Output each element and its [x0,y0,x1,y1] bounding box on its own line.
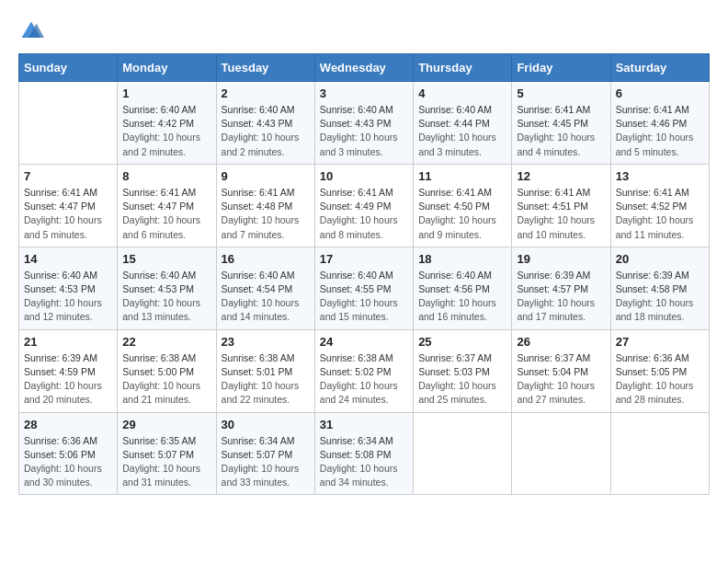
daylight-info: Daylight: 10 hours and 28 minutes. [616,380,694,405]
day-number: 22 [122,335,210,349]
day-number: 4 [418,86,506,100]
day-info: Sunrise: 6:40 AMSunset: 4:56 PMDaylight:… [418,269,506,325]
week-row-0: 1 Sunrise: 6:40 AMSunset: 4:42 PMDayligh… [19,82,710,165]
daylight-info: Daylight: 10 hours and 22 minutes. [222,380,300,405]
weekday-sunday: Sunday [19,54,118,82]
day-cell: 10 Sunrise: 6:41 AMSunset: 4:49 PMDaylig… [314,164,413,247]
day-info: Sunrise: 6:35 AMSunset: 5:07 PMDaylight:… [122,434,210,490]
day-cell: 7 Sunrise: 6:41 AMSunset: 4:47 PMDayligh… [19,164,118,247]
day-cell: 20 Sunrise: 6:39 AMSunset: 4:58 PMDaylig… [610,247,709,329]
day-info: Sunrise: 6:41 AMSunset: 4:52 PMDaylight:… [616,186,704,242]
day-cell: 26 Sunrise: 6:37 AMSunset: 5:04 PMDaylig… [512,329,610,412]
daylight-info: Daylight: 10 hours and 4 minutes. [517,132,595,156]
day-info: Sunrise: 6:37 AMSunset: 5:04 PMDaylight:… [517,351,605,408]
day-cell [19,82,118,165]
day-cell [610,412,709,495]
day-number: 29 [122,418,210,431]
week-row-1: 7 Sunrise: 6:41 AMSunset: 4:47 PMDayligh… [19,164,710,247]
weekday-wednesday: Wednesday [314,54,413,82]
day-number: 16 [222,252,310,266]
weekday-tuesday: Tuesday [216,54,314,82]
weekday-thursday: Thursday [414,54,512,82]
day-cell: 1 Sunrise: 6:40 AMSunset: 4:42 PMDayligh… [118,82,216,165]
daylight-info: Daylight: 10 hours and 5 minutes. [616,132,694,156]
daylight-info: Daylight: 10 hours and 31 minutes. [122,463,200,488]
day-cell: 14 Sunrise: 6:40 AMSunset: 4:53 PMDaylig… [19,247,118,329]
day-number: 25 [418,335,506,349]
day-info: Sunrise: 6:40 AMSunset: 4:53 PMDaylight:… [24,269,112,325]
daylight-info: Daylight: 10 hours and 21 minutes. [122,380,200,405]
day-number: 5 [517,86,605,100]
day-number: 28 [24,418,112,431]
day-cell: 3 Sunrise: 6:40 AMSunset: 4:43 PMDayligh… [314,82,413,165]
daylight-info: Daylight: 10 hours and 11 minutes. [616,214,694,239]
calendar-header: SundayMondayTuesdayWednesdayThursdayFrid… [19,54,710,82]
daylight-info: Daylight: 10 hours and 12 minutes. [24,297,102,322]
day-cell: 9 Sunrise: 6:41 AMSunset: 4:48 PMDayligh… [216,164,314,247]
day-number: 27 [616,335,704,349]
day-info: Sunrise: 6:37 AMSunset: 5:03 PMDaylight:… [418,351,506,408]
week-row-2: 14 Sunrise: 6:40 AMSunset: 4:53 PMDaylig… [19,247,710,329]
day-number: 7 [24,169,112,183]
day-info: Sunrise: 6:39 AMSunset: 4:57 PMDaylight:… [517,269,605,325]
day-number: 17 [320,252,408,266]
daylight-info: Daylight: 10 hours and 27 minutes. [517,380,595,405]
day-info: Sunrise: 6:38 AMSunset: 5:00 PMDaylight:… [122,351,210,408]
day-info: Sunrise: 6:41 AMSunset: 4:50 PMDaylight:… [418,186,506,242]
daylight-info: Daylight: 10 hours and 24 minutes. [320,380,398,405]
day-info: Sunrise: 6:40 AMSunset: 4:44 PMDaylight:… [418,103,506,159]
logo [18,18,48,44]
day-number: 14 [24,252,112,266]
day-cell: 21 Sunrise: 6:39 AMSunset: 4:59 PMDaylig… [19,329,118,412]
daylight-info: Daylight: 10 hours and 6 minutes. [122,214,200,239]
day-number: 31 [320,418,408,431]
day-info: Sunrise: 6:41 AMSunset: 4:47 PMDaylight:… [122,186,210,242]
day-cell: 2 Sunrise: 6:40 AMSunset: 4:43 PMDayligh… [216,82,314,165]
day-number: 21 [24,335,112,349]
daylight-info: Daylight: 10 hours and 2 minutes. [122,132,200,156]
day-info: Sunrise: 6:34 AMSunset: 5:08 PMDaylight:… [320,434,408,490]
day-cell: 24 Sunrise: 6:38 AMSunset: 5:02 PMDaylig… [314,329,413,412]
day-info: Sunrise: 6:38 AMSunset: 5:02 PMDaylight:… [320,351,408,408]
weekday-saturday: Saturday [610,54,709,82]
daylight-info: Daylight: 10 hours and 9 minutes. [418,214,496,239]
daylight-info: Daylight: 10 hours and 3 minutes. [418,132,496,156]
day-info: Sunrise: 6:39 AMSunset: 4:59 PMDaylight:… [24,351,112,408]
day-number: 3 [320,86,408,100]
day-number: 8 [122,169,210,183]
weekday-monday: Monday [118,54,216,82]
day-number: 11 [418,169,506,183]
day-number: 15 [122,252,210,266]
day-number: 18 [418,252,506,266]
day-cell [512,412,610,495]
day-number: 10 [320,169,408,183]
week-row-4: 28 Sunrise: 6:36 AMSunset: 5:06 PMDaylig… [19,412,710,495]
day-number: 13 [616,169,704,183]
day-number: 9 [222,169,310,183]
daylight-info: Daylight: 10 hours and 20 minutes. [24,380,102,405]
day-number: 24 [320,335,408,349]
day-number: 30 [222,418,310,431]
day-info: Sunrise: 6:40 AMSunset: 4:54 PMDaylight:… [222,269,310,325]
daylight-info: Daylight: 10 hours and 8 minutes. [320,214,398,239]
day-number: 12 [517,169,605,183]
day-cell: 30 Sunrise: 6:34 AMSunset: 5:07 PMDaylig… [216,412,314,495]
day-info: Sunrise: 6:36 AMSunset: 5:05 PMDaylight:… [616,351,704,408]
day-info: Sunrise: 6:41 AMSunset: 4:45 PMDaylight:… [517,103,605,159]
day-info: Sunrise: 6:40 AMSunset: 4:55 PMDaylight:… [320,269,408,325]
daylight-info: Daylight: 10 hours and 34 minutes. [320,463,398,488]
day-cell: 22 Sunrise: 6:38 AMSunset: 5:00 PMDaylig… [118,329,216,412]
day-cell: 11 Sunrise: 6:41 AMSunset: 4:50 PMDaylig… [414,164,512,247]
daylight-info: Daylight: 10 hours and 25 minutes. [418,380,496,405]
day-cell: 19 Sunrise: 6:39 AMSunset: 4:57 PMDaylig… [512,247,610,329]
day-number: 6 [616,86,704,100]
day-cell: 5 Sunrise: 6:41 AMSunset: 4:45 PMDayligh… [512,82,610,165]
day-info: Sunrise: 6:40 AMSunset: 4:42 PMDaylight:… [122,103,210,159]
day-cell: 31 Sunrise: 6:34 AMSunset: 5:08 PMDaylig… [314,412,413,495]
day-info: Sunrise: 6:38 AMSunset: 5:01 PMDaylight:… [222,351,310,408]
day-info: Sunrise: 6:40 AMSunset: 4:53 PMDaylight:… [122,269,210,325]
day-cell: 17 Sunrise: 6:40 AMSunset: 4:55 PMDaylig… [314,247,413,329]
day-info: Sunrise: 6:41 AMSunset: 4:51 PMDaylight:… [517,186,605,242]
day-info: Sunrise: 6:41 AMSunset: 4:49 PMDaylight:… [320,186,408,242]
day-info: Sunrise: 6:34 AMSunset: 5:07 PMDaylight:… [222,434,310,490]
